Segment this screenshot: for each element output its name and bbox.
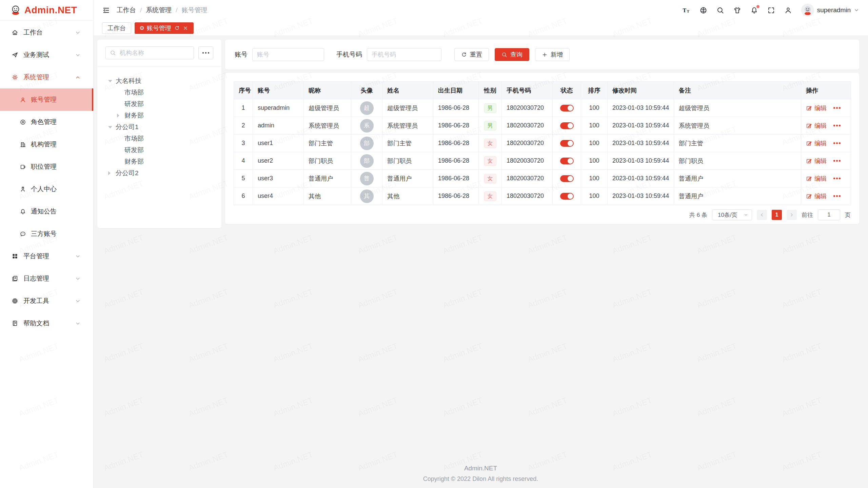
tree-node[interactable]: 市场部 (105, 87, 213, 98)
cell-gender: 女 (479, 187, 502, 205)
current-page[interactable]: 1 (772, 210, 782, 220)
edit-button[interactable]: 编辑 (806, 122, 827, 130)
sidebar-item-position-manage[interactable]: 职位管理 (0, 156, 93, 178)
cell-status (553, 135, 581, 152)
tree-node[interactable]: 分公司2 (105, 167, 213, 179)
tree-node-label: 研发部 (124, 100, 144, 108)
sidebar-item-notice[interactable]: 通知公告 (0, 200, 93, 223)
account-input[interactable] (252, 48, 324, 61)
sidebar-item-workbench[interactable]: 工作台 (0, 21, 93, 44)
pagination: 共 6 条 10条/页 1 前 (234, 205, 851, 225)
edit-icon (806, 193, 812, 199)
next-page-button[interactable] (787, 210, 797, 220)
column-header: 昵称 (304, 82, 351, 99)
more-actions-button[interactable] (833, 195, 841, 197)
status-toggle[interactable] (560, 122, 574, 129)
query-button[interactable]: 查询 (495, 48, 529, 61)
avatar: 部 (360, 137, 374, 150)
sidebar-item-dev-tools[interactable]: 开发工具 (0, 290, 93, 312)
caret-down-icon[interactable] (108, 126, 116, 128)
prev-page-button[interactable] (757, 210, 767, 220)
org-search-box (105, 46, 194, 59)
status-toggle[interactable] (560, 158, 574, 164)
org-more-button[interactable] (198, 46, 213, 59)
sidebar-item-org-manage[interactable]: 机构管理 (0, 133, 93, 156)
edit-button[interactable]: 编辑 (806, 139, 827, 147)
sidebar-menu: 工作台业务测试系统管理账号管理角色管理机构管理职位管理个人中心通知公告三方账号平… (0, 21, 93, 334)
breadcrumb-item[interactable]: 系统管理 (146, 6, 172, 15)
caret-right-icon[interactable] (108, 171, 116, 175)
theme-icon[interactable] (733, 6, 741, 14)
grid-icon (12, 253, 18, 260)
tree-node[interactable]: 市场部 (105, 133, 213, 144)
tree-node[interactable]: 财务部 (105, 156, 213, 167)
edit-icon (806, 105, 812, 111)
sidebar-item-account-manage[interactable]: 账号管理 (0, 88, 93, 111)
cell-actions: 编辑 (801, 135, 851, 152)
edit-button[interactable]: 编辑 (806, 175, 827, 183)
column-header: 修改时间 (608, 82, 674, 99)
cell-status (553, 117, 581, 135)
tree-node[interactable]: 研发部 (105, 98, 213, 110)
breadcrumb-item[interactable]: 工作台 (117, 6, 136, 15)
caret-down-icon[interactable] (108, 80, 116, 82)
column-header: 备注 (674, 82, 801, 99)
goto-page-input[interactable] (818, 209, 840, 220)
sidebar-item-platform-manage[interactable]: 平台管理 (0, 245, 93, 267)
cell-phone: 18020030720 (502, 152, 553, 170)
tree-node[interactable]: 大名科技 (105, 75, 213, 87)
cell-actions: 编辑 (801, 117, 851, 135)
cell-phone: 18020030720 (502, 135, 553, 152)
sidebar-item-help-docs[interactable]: 帮助文档 (0, 312, 93, 334)
user-menu[interactable]: superadmin (801, 4, 859, 17)
edit-button[interactable]: 编辑 (806, 104, 827, 112)
add-button[interactable]: 新增 (535, 48, 570, 61)
cell-status (553, 152, 581, 170)
reset-button[interactable]: 重置 (454, 48, 489, 61)
phone-input[interactable] (367, 48, 441, 61)
more-actions-button[interactable] (833, 107, 841, 109)
sidebar-item-role-manage[interactable]: 角色管理 (0, 111, 93, 133)
edit-button[interactable]: 编辑 (806, 192, 827, 200)
column-header: 姓名 (382, 82, 433, 99)
tab-工作台[interactable]: 工作台 (102, 22, 131, 34)
fullscreen-icon[interactable] (767, 6, 775, 14)
more-actions-button[interactable] (833, 142, 841, 144)
cell-name: 普通用户 (382, 170, 433, 187)
tree-node-label: 财务部 (124, 111, 144, 120)
tabbar: 工作台账号管理 (93, 20, 868, 36)
more-actions-button[interactable] (833, 160, 841, 162)
font-size-icon[interactable]: TT (683, 6, 690, 14)
sidebar-item-log-manage[interactable]: 日志管理 (0, 267, 93, 290)
org-search-input[interactable] (119, 49, 190, 57)
tree-node[interactable]: 研发部 (105, 144, 213, 156)
cell-sort: 100 (581, 117, 608, 135)
status-toggle[interactable] (560, 140, 574, 147)
sidebar-item-label: 机构管理 (31, 140, 57, 149)
status-toggle[interactable] (560, 105, 574, 111)
brand-logo[interactable]: Admin.NET (0, 0, 93, 21)
collapse-sidebar-icon[interactable] (102, 6, 110, 14)
status-toggle[interactable] (560, 175, 574, 182)
caret-right-icon[interactable] (117, 114, 124, 118)
tree-node[interactable]: 分公司1 (105, 121, 213, 133)
cell-index: 5 (234, 170, 253, 187)
language-icon[interactable] (699, 6, 707, 14)
cell-birthdate: 1986-06-28 (433, 117, 479, 135)
sidebar-item-label: 工作台 (23, 28, 43, 37)
search-icon[interactable] (716, 6, 724, 14)
sidebar-item-third-account[interactable]: 三方账号 (0, 223, 93, 245)
tab-账号管理[interactable]: 账号管理 (135, 22, 194, 34)
edit-button[interactable]: 编辑 (806, 157, 827, 165)
more-actions-button[interactable] (833, 178, 841, 179)
status-toggle[interactable] (560, 193, 574, 200)
page-size-select[interactable]: 10条/页 (712, 209, 752, 220)
tree-node[interactable]: 财务部 (105, 110, 213, 121)
sidebar-item-system-manage[interactable]: 系统管理 (0, 66, 93, 88)
sidebar-item-business-test[interactable]: 业务测试 (0, 44, 93, 66)
topbar: 工作台/系统管理/账号管理 TTsuperadmin (93, 0, 868, 21)
sidebar-item-profile-center[interactable]: 个人中心 (0, 178, 93, 200)
user-icon[interactable] (784, 6, 792, 14)
notification-icon[interactable] (750, 6, 758, 14)
more-actions-button[interactable] (833, 125, 841, 126)
